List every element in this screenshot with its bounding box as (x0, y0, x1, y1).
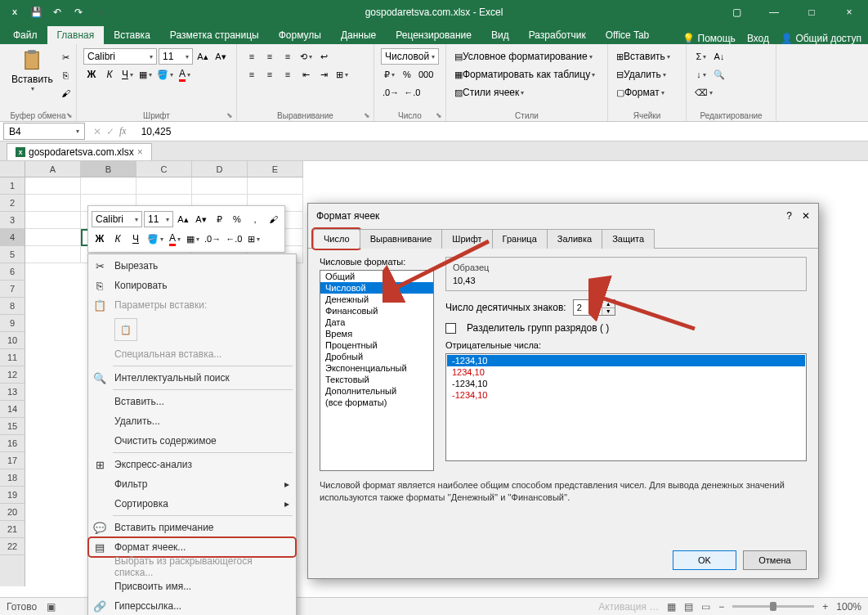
dialog-help-icon[interactable]: ? (786, 210, 792, 222)
row-header[interactable]: 1 (0, 177, 25, 195)
cat-number[interactable]: Числовой (320, 282, 433, 294)
cat-text[interactable]: Текстовый (320, 374, 433, 385)
row-header[interactable]: 20 (0, 504, 25, 521)
menu-insert-comment[interactable]: 💬Вставить примечание (88, 518, 296, 537)
row-header[interactable]: 3 (0, 212, 25, 229)
tab-view[interactable]: Вид (481, 26, 519, 44)
clear-icon[interactable]: ⌫▾ (693, 84, 714, 101)
col-header[interactable]: D (192, 161, 248, 177)
number-launcher-icon[interactable]: ⬊ (436, 111, 442, 119)
paste-option-icon[interactable]: 📋 (114, 318, 137, 341)
view-normal-icon[interactable]: ▦ (667, 601, 676, 613)
insert-cells-button[interactable]: ⊞ Вставить▾ (615, 48, 672, 65)
tab-data[interactable]: Данные (331, 26, 386, 44)
dialog-close-icon[interactable]: ✕ (802, 210, 810, 222)
close-button[interactable]: × (830, 0, 868, 25)
menu-cut[interactable]: ✂Вырезать (88, 256, 296, 276)
spinner-up-icon[interactable]: ▲ (602, 300, 615, 308)
cat-fraction[interactable]: Дробный (320, 351, 433, 362)
row-header[interactable]: 8 (0, 298, 25, 315)
maximize-button[interactable]: □ (793, 0, 830, 25)
row-header[interactable]: 10 (0, 332, 25, 349)
workbook-tab[interactable]: X gospodaretsva.com.xlsx × (7, 143, 152, 160)
cancel-formula-icon[interactable]: ✕ (93, 126, 101, 137)
align-middle-icon[interactable]: ≡ (262, 48, 278, 65)
undo-icon[interactable]: ↶ (47, 2, 67, 22)
cat-general[interactable]: Общий (320, 271, 433, 282)
bold-button[interactable]: Ж (83, 66, 100, 83)
menu-clear-contents[interactable]: Очистить содержимое (88, 431, 296, 451)
indent-increase-icon[interactable]: ⇥ (315, 66, 332, 83)
menu-hyperlink[interactable]: 🔗Гиперссылка... (88, 596, 296, 615)
menu-paste-special[interactable]: Специальная вставка... (88, 344, 296, 364)
row-header[interactable]: 12 (0, 366, 25, 384)
mini-underline-button[interactable]: Ч (128, 231, 144, 247)
font-launcher-icon[interactable]: ⬊ (226, 111, 233, 119)
negative-numbers-list[interactable]: -1234,10 1234,10 -1234,10 -1234,10 (445, 353, 807, 461)
dialog-tab-protection[interactable]: Защита (602, 229, 655, 249)
select-all-corner[interactable] (0, 161, 25, 177)
paste-button[interactable]: Вставить▾ (7, 47, 58, 101)
number-format-combo[interactable]: Числовой▾ (381, 48, 439, 65)
mini-fill-color-icon[interactable]: 🪣▾ (145, 231, 165, 247)
fill-icon[interactable]: ↓▾ (693, 66, 709, 83)
row-header[interactable]: 22 (0, 538, 25, 555)
col-header[interactable]: B (81, 161, 136, 177)
row-header[interactable]: 19 (0, 487, 25, 504)
sort-filter-icon[interactable]: A↓ (711, 48, 727, 65)
decrease-decimal-icon[interactable]: ←.0 (402, 84, 422, 101)
cat-custom[interactable]: (все форматы) (320, 397, 433, 408)
close-workbook-icon[interactable]: × (137, 146, 143, 158)
copy-icon[interactable]: ⎘ (58, 67, 74, 83)
mini-format-painter-icon[interactable]: 🖌 (265, 211, 281, 227)
view-page-break-icon[interactable]: ▭ (701, 601, 710, 613)
shrink-font-icon[interactable]: A▾ (213, 48, 229, 65)
orientation-icon[interactable]: ⟲▾ (298, 48, 314, 65)
menu-format-cells[interactable]: ▤Формат ячеек... (88, 537, 296, 557)
dialog-tab-number[interactable]: Число (313, 229, 360, 249)
menu-copy[interactable]: ⎘Копировать (88, 276, 296, 295)
clipboard-launcher-icon[interactable]: ⬊ (66, 111, 73, 119)
autosum-icon[interactable]: Σ▾ (693, 48, 709, 65)
cat-currency[interactable]: Денежный (320, 294, 433, 305)
find-select-icon[interactable]: 🔍 (711, 66, 727, 83)
cancel-button[interactable]: Отмена (743, 550, 807, 570)
row-header[interactable]: 21 (0, 521, 25, 538)
qat-customize-icon[interactable]: ▾ (90, 2, 110, 22)
increase-decimal-icon[interactable]: .0→ (381, 84, 400, 101)
col-header[interactable]: E (248, 161, 303, 177)
mini-size-combo[interactable]: 11▾ (144, 211, 173, 227)
comma-icon[interactable]: 000 (417, 66, 435, 83)
mini-font-color-icon[interactable]: A▾ (167, 231, 183, 247)
cat-percentage[interactable]: Процентный (320, 339, 433, 351)
name-box[interactable]: B4▾ (3, 123, 85, 140)
menu-pick-from-list[interactable]: Выбрать из раскрывающегося списка... (88, 557, 296, 577)
align-center-icon[interactable]: ≡ (262, 66, 278, 83)
row-header[interactable]: 5 (0, 246, 25, 263)
borders-icon[interactable]: ▦▾ (137, 66, 154, 83)
tab-file[interactable]: Файл (3, 26, 47, 44)
fill-color-icon[interactable]: 🪣▾ (155, 66, 175, 83)
tab-page-layout[interactable]: Разметка страницы (160, 26, 269, 44)
align-left-icon[interactable]: ≡ (244, 66, 260, 83)
mini-bold-button[interactable]: Ж (92, 231, 108, 247)
row-header[interactable]: 15 (0, 418, 25, 435)
decimal-places-input[interactable] (574, 300, 602, 315)
align-bottom-icon[interactable]: ≡ (280, 48, 296, 65)
grow-font-icon[interactable]: A▴ (195, 48, 211, 65)
font-name-combo[interactable]: Calibri▾ (83, 48, 157, 65)
menu-smart-lookup[interactable]: 🔍Интеллектуальный поиск (88, 368, 296, 388)
redo-icon[interactable]: ↷ (69, 2, 88, 22)
tab-office-tab[interactable]: Office Tab (596, 26, 660, 44)
menu-delete[interactable]: Удалить... (88, 411, 296, 431)
indent-decrease-icon[interactable]: ⇤ (298, 66, 314, 83)
fx-icon[interactable]: fx (119, 125, 127, 137)
cell-styles-button[interactable]: ▨ Стили ячеек▾ (453, 84, 526, 101)
mini-currency-icon[interactable]: ₽ (211, 211, 227, 227)
formula-input[interactable]: 10,425 (132, 126, 172, 137)
view-page-layout-icon[interactable]: ▤ (684, 601, 693, 613)
row-header[interactable]: 18 (0, 469, 25, 487)
cut-icon[interactable]: ✂ (58, 49, 74, 65)
menu-quick-analysis[interactable]: ⊞Экспресс-анализ (88, 455, 296, 474)
dialog-tab-alignment[interactable]: Выравнивание (360, 229, 443, 249)
